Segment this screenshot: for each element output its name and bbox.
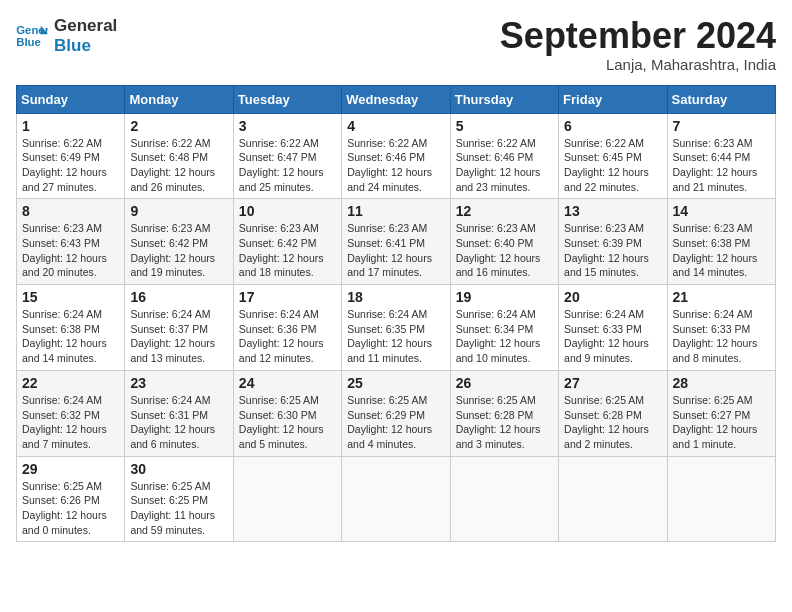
day-number: 30 — [130, 461, 227, 477]
calendar-cell: 23Sunrise: 6:24 AMSunset: 6:31 PMDayligh… — [125, 370, 233, 456]
day-number: 28 — [673, 375, 770, 391]
day-info: Sunrise: 6:25 AMSunset: 6:28 PMDaylight:… — [456, 393, 553, 452]
day-number: 21 — [673, 289, 770, 305]
weekday-header-friday: Friday — [559, 85, 667, 113]
calendar-cell: 11Sunrise: 6:23 AMSunset: 6:41 PMDayligh… — [342, 199, 450, 285]
calendar-cell: 29Sunrise: 6:25 AMSunset: 6:26 PMDayligh… — [17, 456, 125, 542]
calendar-cell: 12Sunrise: 6:23 AMSunset: 6:40 PMDayligh… — [450, 199, 558, 285]
day-info: Sunrise: 6:25 AMSunset: 6:27 PMDaylight:… — [673, 393, 770, 452]
day-number: 9 — [130, 203, 227, 219]
calendar-week-5: 29Sunrise: 6:25 AMSunset: 6:26 PMDayligh… — [17, 456, 776, 542]
day-info: Sunrise: 6:22 AMSunset: 6:47 PMDaylight:… — [239, 136, 336, 195]
calendar-week-2: 8Sunrise: 6:23 AMSunset: 6:43 PMDaylight… — [17, 199, 776, 285]
day-info: Sunrise: 6:24 AMSunset: 6:37 PMDaylight:… — [130, 307, 227, 366]
calendar-cell: 5Sunrise: 6:22 AMSunset: 6:46 PMDaylight… — [450, 113, 558, 199]
day-number: 17 — [239, 289, 336, 305]
day-info: Sunrise: 6:24 AMSunset: 6:33 PMDaylight:… — [673, 307, 770, 366]
day-number: 6 — [564, 118, 661, 134]
calendar-cell — [450, 456, 558, 542]
day-info: Sunrise: 6:24 AMSunset: 6:38 PMDaylight:… — [22, 307, 119, 366]
calendar-cell: 7Sunrise: 6:23 AMSunset: 6:44 PMDaylight… — [667, 113, 775, 199]
day-number: 19 — [456, 289, 553, 305]
weekday-header-monday: Monday — [125, 85, 233, 113]
calendar-cell: 2Sunrise: 6:22 AMSunset: 6:48 PMDaylight… — [125, 113, 233, 199]
calendar-cell: 18Sunrise: 6:24 AMSunset: 6:35 PMDayligh… — [342, 285, 450, 371]
calendar-cell: 20Sunrise: 6:24 AMSunset: 6:33 PMDayligh… — [559, 285, 667, 371]
calendar-cell: 10Sunrise: 6:23 AMSunset: 6:42 PMDayligh… — [233, 199, 341, 285]
day-info: Sunrise: 6:23 AMSunset: 6:43 PMDaylight:… — [22, 221, 119, 280]
weekday-header-wednesday: Wednesday — [342, 85, 450, 113]
weekday-header-tuesday: Tuesday — [233, 85, 341, 113]
calendar-cell — [342, 456, 450, 542]
calendar-cell: 28Sunrise: 6:25 AMSunset: 6:27 PMDayligh… — [667, 370, 775, 456]
day-info: Sunrise: 6:22 AMSunset: 6:49 PMDaylight:… — [22, 136, 119, 195]
day-number: 1 — [22, 118, 119, 134]
calendar-cell: 19Sunrise: 6:24 AMSunset: 6:34 PMDayligh… — [450, 285, 558, 371]
day-number: 16 — [130, 289, 227, 305]
day-info: Sunrise: 6:23 AMSunset: 6:40 PMDaylight:… — [456, 221, 553, 280]
page-header: General Blue General Blue September 2024… — [16, 16, 776, 73]
day-number: 14 — [673, 203, 770, 219]
day-info: Sunrise: 6:22 AMSunset: 6:45 PMDaylight:… — [564, 136, 661, 195]
day-info: Sunrise: 6:23 AMSunset: 6:44 PMDaylight:… — [673, 136, 770, 195]
calendar-cell — [667, 456, 775, 542]
weekday-header-thursday: Thursday — [450, 85, 558, 113]
calendar-cell: 1Sunrise: 6:22 AMSunset: 6:49 PMDaylight… — [17, 113, 125, 199]
calendar-cell: 22Sunrise: 6:24 AMSunset: 6:32 PMDayligh… — [17, 370, 125, 456]
day-number: 20 — [564, 289, 661, 305]
day-number: 11 — [347, 203, 444, 219]
calendar-cell: 25Sunrise: 6:25 AMSunset: 6:29 PMDayligh… — [342, 370, 450, 456]
day-info: Sunrise: 6:25 AMSunset: 6:30 PMDaylight:… — [239, 393, 336, 452]
day-number: 3 — [239, 118, 336, 134]
day-number: 29 — [22, 461, 119, 477]
day-number: 26 — [456, 375, 553, 391]
day-number: 24 — [239, 375, 336, 391]
calendar-cell: 14Sunrise: 6:23 AMSunset: 6:38 PMDayligh… — [667, 199, 775, 285]
day-info: Sunrise: 6:23 AMSunset: 6:42 PMDaylight:… — [130, 221, 227, 280]
calendar-cell: 26Sunrise: 6:25 AMSunset: 6:28 PMDayligh… — [450, 370, 558, 456]
day-number: 18 — [347, 289, 444, 305]
day-number: 27 — [564, 375, 661, 391]
calendar-cell — [233, 456, 341, 542]
logo-line2: Blue — [54, 36, 117, 56]
day-info: Sunrise: 6:23 AMSunset: 6:38 PMDaylight:… — [673, 221, 770, 280]
calendar-cell: 16Sunrise: 6:24 AMSunset: 6:37 PMDayligh… — [125, 285, 233, 371]
calendar-table: SundayMondayTuesdayWednesdayThursdayFrid… — [16, 85, 776, 543]
day-info: Sunrise: 6:24 AMSunset: 6:32 PMDaylight:… — [22, 393, 119, 452]
day-info: Sunrise: 6:23 AMSunset: 6:42 PMDaylight:… — [239, 221, 336, 280]
day-info: Sunrise: 6:23 AMSunset: 6:39 PMDaylight:… — [564, 221, 661, 280]
logo: General Blue General Blue — [16, 16, 117, 57]
calendar-cell — [559, 456, 667, 542]
svg-text:Blue: Blue — [16, 36, 41, 48]
day-info: Sunrise: 6:25 AMSunset: 6:29 PMDaylight:… — [347, 393, 444, 452]
day-number: 10 — [239, 203, 336, 219]
calendar-cell: 9Sunrise: 6:23 AMSunset: 6:42 PMDaylight… — [125, 199, 233, 285]
day-info: Sunrise: 6:23 AMSunset: 6:41 PMDaylight:… — [347, 221, 444, 280]
day-info: Sunrise: 6:24 AMSunset: 6:31 PMDaylight:… — [130, 393, 227, 452]
calendar-cell: 27Sunrise: 6:25 AMSunset: 6:28 PMDayligh… — [559, 370, 667, 456]
day-info: Sunrise: 6:24 AMSunset: 6:36 PMDaylight:… — [239, 307, 336, 366]
location-subtitle: Lanja, Maharashtra, India — [500, 56, 776, 73]
day-info: Sunrise: 6:22 AMSunset: 6:48 PMDaylight:… — [130, 136, 227, 195]
calendar-cell: 17Sunrise: 6:24 AMSunset: 6:36 PMDayligh… — [233, 285, 341, 371]
day-info: Sunrise: 6:25 AMSunset: 6:25 PMDaylight:… — [130, 479, 227, 538]
calendar-cell: 30Sunrise: 6:25 AMSunset: 6:25 PMDayligh… — [125, 456, 233, 542]
weekday-header-saturday: Saturday — [667, 85, 775, 113]
day-number: 2 — [130, 118, 227, 134]
calendar-cell: 6Sunrise: 6:22 AMSunset: 6:45 PMDaylight… — [559, 113, 667, 199]
day-info: Sunrise: 6:25 AMSunset: 6:28 PMDaylight:… — [564, 393, 661, 452]
weekday-header-sunday: Sunday — [17, 85, 125, 113]
day-info: Sunrise: 6:22 AMSunset: 6:46 PMDaylight:… — [347, 136, 444, 195]
calendar-cell: 3Sunrise: 6:22 AMSunset: 6:47 PMDaylight… — [233, 113, 341, 199]
logo-icon: General Blue — [16, 22, 48, 50]
day-number: 15 — [22, 289, 119, 305]
day-info: Sunrise: 6:24 AMSunset: 6:35 PMDaylight:… — [347, 307, 444, 366]
title-block: September 2024 Lanja, Maharashtra, India — [500, 16, 776, 73]
calendar-cell: 4Sunrise: 6:22 AMSunset: 6:46 PMDaylight… — [342, 113, 450, 199]
day-number: 12 — [456, 203, 553, 219]
day-number: 25 — [347, 375, 444, 391]
day-info: Sunrise: 6:25 AMSunset: 6:26 PMDaylight:… — [22, 479, 119, 538]
day-number: 23 — [130, 375, 227, 391]
calendar-cell: 8Sunrise: 6:23 AMSunset: 6:43 PMDaylight… — [17, 199, 125, 285]
day-info: Sunrise: 6:22 AMSunset: 6:46 PMDaylight:… — [456, 136, 553, 195]
